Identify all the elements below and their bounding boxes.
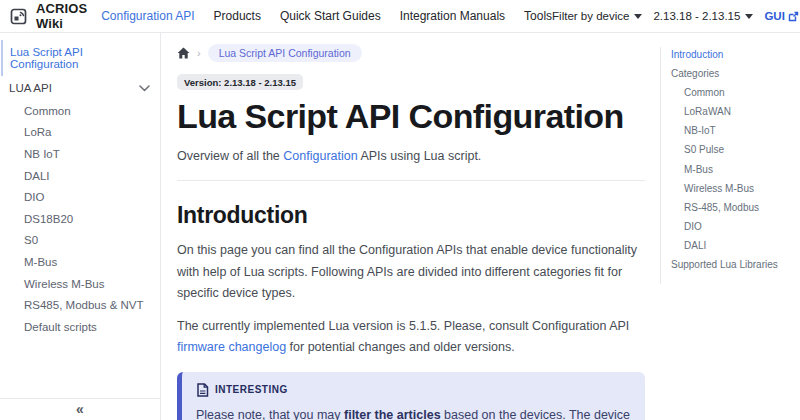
sidebar-category-lua-api[interactable]: LUA API xyxy=(0,76,160,100)
version-badge: Version: 2.13.18 - 2.13.15 xyxy=(177,74,303,90)
device-filter-dropdown[interactable]: Filter by device xyxy=(552,10,642,22)
version-dropdown[interactable]: 2.13.18 - 2.13.15 xyxy=(653,10,753,22)
nav-item-integration-manuals[interactable]: Integration Manuals xyxy=(400,9,505,23)
toc-item-lorawan[interactable]: LoRaWAN xyxy=(671,106,797,119)
sidebar-item-rs485-modbus-nvt[interactable]: RS485, Modbus & NVT xyxy=(0,294,160,316)
sidebar-category-label: LUA API xyxy=(9,82,52,94)
page-title: Lua Script API Configuration xyxy=(177,97,645,136)
gui-link-label: GUI xyxy=(764,10,784,22)
sidebar-item-ds18b20[interactable]: DS18B20 xyxy=(0,208,160,230)
page-subtitle: Overview of all the Configuration APIs u… xyxy=(177,149,645,163)
gui-external-link[interactable]: GUI xyxy=(764,10,798,22)
chevron-down-icon xyxy=(634,14,642,19)
note-icon xyxy=(196,383,209,397)
admonition-label: INTERESTING xyxy=(215,384,288,395)
subtitle-text: APIs using Lua script. xyxy=(358,149,482,163)
section-divider xyxy=(177,180,645,181)
configuration-link[interactable]: Configuration xyxy=(283,149,357,163)
sidebar-item-lora[interactable]: LoRa xyxy=(0,122,160,144)
doc-sidebar: Lua Script API Configuration LUA API Com… xyxy=(0,33,161,420)
table-of-contents: Introduction Categories Common LoRaWAN N… xyxy=(660,47,797,284)
sidebar-item-m-bus[interactable]: M-Bus xyxy=(0,251,160,273)
admonition-text: Please note, that you may xyxy=(196,408,344,420)
toc-item-categories[interactable]: Categories xyxy=(671,68,797,81)
sidebar-item-wireless-m-bus[interactable]: Wireless M-Bus xyxy=(0,273,160,295)
breadcrumb: › Lua Script API Configuration xyxy=(177,44,645,62)
toc-item-supported-lua-libraries[interactable]: Supported Lua Libraries xyxy=(671,259,797,272)
sidebar-item-dio[interactable]: DIO xyxy=(0,186,160,208)
collapse-chevrons-icon: « xyxy=(76,401,84,417)
paragraph-text: The currently implemented Lua version is… xyxy=(177,319,629,333)
top-navbar: ACRIOS Wiki Configuration API Products Q… xyxy=(0,0,800,33)
doc-content: › Lua Script API Configuration Version: … xyxy=(177,33,645,420)
toc-item-rs-485-modbus[interactable]: RS-485, Modbus xyxy=(671,202,797,215)
admonition-bold-text: filter the articles xyxy=(344,408,441,420)
sidebar-item-lua-script-api-configuration[interactable]: Lua Script API Configuration xyxy=(1,40,160,76)
toc-item-nb-iot[interactable]: NB-IoT xyxy=(671,125,797,138)
chevron-down-icon xyxy=(745,14,753,19)
sidebar-item-default-scripts[interactable]: Default scripts xyxy=(0,316,160,338)
toc-item-m-bus[interactable]: M-Bus xyxy=(671,164,797,177)
interesting-admonition: INTERESTING Please note, that you may fi… xyxy=(177,372,645,420)
chevron-down-icon xyxy=(139,85,150,92)
sidebar-item-nb-iot[interactable]: NB IoT xyxy=(0,143,160,165)
sidebar-item-common[interactable]: Common xyxy=(0,100,160,122)
toc-list: Introduction Categories Common LoRaWAN N… xyxy=(660,47,797,284)
sidebar-collapse-button[interactable]: « xyxy=(0,398,160,420)
breadcrumb-separator: › xyxy=(197,47,201,59)
toc-item-wireless-m-bus[interactable]: Wireless M-Bus xyxy=(671,183,797,196)
nav-item-tools[interactable]: Tools xyxy=(524,9,552,23)
version-dropdown-label: 2.13.18 - 2.13.15 xyxy=(653,10,740,22)
acrios-wiki-page: ACRIOS Wiki Configuration API Products Q… xyxy=(0,0,800,420)
sidebar-item-dali[interactable]: DALI xyxy=(0,165,160,187)
toc-item-introduction[interactable]: Introduction xyxy=(671,49,797,62)
introduction-heading: Introduction xyxy=(177,202,645,229)
nav-item-quick-start-guides[interactable]: Quick Start Guides xyxy=(280,9,381,23)
primary-nav: Configuration API Products Quick Start G… xyxy=(101,9,552,23)
external-link-icon xyxy=(788,11,799,22)
device-filter-label: Filter by device xyxy=(552,10,629,22)
sidebar-item-s0[interactable]: S0 xyxy=(0,230,160,252)
toc-item-dio[interactable]: DIO xyxy=(671,221,797,234)
acrios-logo-icon xyxy=(10,7,29,26)
navbar-right-cluster: Filter by device 2.13.18 - 2.13.15 GUI xyxy=(552,9,800,24)
nav-item-configuration-api[interactable]: Configuration API xyxy=(101,9,194,23)
toc-item-common[interactable]: Common xyxy=(671,87,797,100)
admonition-header: INTERESTING xyxy=(196,383,632,397)
firmware-changelog-link[interactable]: firmware changelog xyxy=(177,340,286,354)
home-icon[interactable] xyxy=(177,47,190,59)
toc-item-dali[interactable]: DALI xyxy=(671,240,797,253)
toc-item-s0-pulse[interactable]: S0 Pulse xyxy=(671,144,797,157)
paragraph-text: for potential changes and older versions… xyxy=(286,340,515,354)
breadcrumb-current-page[interactable]: Lua Script API Configuration xyxy=(208,44,362,62)
admonition-body: Please note, that you may filter the art… xyxy=(196,405,632,420)
nav-item-products[interactable]: Products xyxy=(214,9,261,23)
introduction-paragraph-2: The currently implemented Lua version is… xyxy=(177,316,645,359)
brand-home-link[interactable]: ACRIOS Wiki xyxy=(10,1,87,31)
introduction-paragraph-1: On this page you can find all the Config… xyxy=(177,240,645,305)
brand-title: ACRIOS Wiki xyxy=(36,1,87,31)
subtitle-text: Overview of all the xyxy=(177,149,283,163)
